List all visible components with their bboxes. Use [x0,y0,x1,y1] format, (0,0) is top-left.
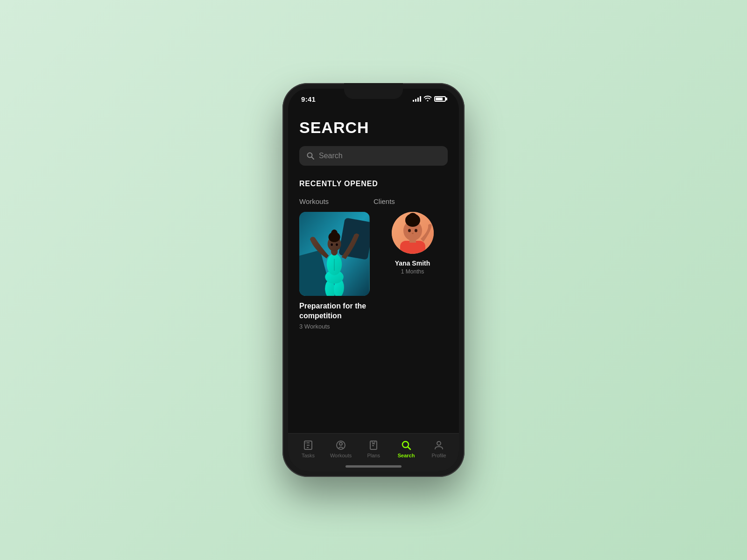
nav-item-search[interactable]: Search [390,437,423,461]
svg-rect-18 [400,241,425,254]
profile-icon [433,440,444,451]
svg-line-32 [408,447,411,449]
svg-point-12 [331,230,338,238]
nav-item-tasks[interactable]: Tasks [292,437,324,461]
client-card[interactable]: Yana Smith 1 Months [377,212,448,275]
client-name: Yana Smith [395,259,430,267]
status-time: 9:41 [301,95,316,103]
nav-label-workouts: Workouts [330,453,352,458]
workout-figure-svg [299,212,370,296]
home-indicator [345,465,402,468]
nav-label-plans: Plans [367,453,380,458]
search-bar[interactable]: Search [299,146,448,166]
svg-point-25 [415,229,417,232]
search-input-placeholder: Search [319,152,343,160]
workouts-category-label: Workouts [299,197,374,205]
svg-point-15 [336,244,338,246]
workout-card-image [299,212,370,296]
nav-label-tasks: Tasks [302,453,315,458]
signal-icon [413,96,421,102]
search-nav-icon [401,440,412,451]
svg-point-33 [437,441,441,445]
nav-item-plans[interactable]: Plans [357,437,390,461]
phone-screen: 9:41 SEARCH [288,89,459,471]
tasks-icon [303,440,314,451]
svg-point-23 [413,215,419,222]
recently-opened-section: RECENTLY OPENED Workouts Clients [299,180,448,330]
nav-label-search: Search [398,453,415,458]
client-avatar [392,212,434,254]
clients-category-label: Clients [374,197,448,205]
svg-point-26 [412,233,414,234]
client-avatar-svg [392,212,434,254]
page-title: SEARCH [299,119,448,137]
notch [344,83,403,99]
status-icons [413,96,446,103]
workout-card-title: Preparation for the competition [299,301,370,321]
nav-item-workouts[interactable]: Workouts [324,437,357,461]
plans-icon [368,440,379,451]
recently-opened-label: RECENTLY OPENED [299,180,448,188]
svg-point-14 [331,244,333,246]
category-row: Workouts Clients [299,197,448,205]
workout-card[interactable]: Preparation for the competition 3 Workou… [299,212,370,330]
wifi-icon [424,96,431,103]
svg-line-1 [312,157,314,160]
client-duration: 1 Months [401,268,424,275]
cards-row: Preparation for the competition 3 Workou… [299,212,448,330]
svg-point-29 [339,442,342,445]
nav-item-profile[interactable]: Profile [423,437,455,461]
workout-card-subtitle: 3 Workouts [299,323,370,330]
main-content: SEARCH Search RECENTLY OPENED Workouts C… [288,109,459,433]
phone-frame: 9:41 SEARCH [282,83,465,477]
svg-point-24 [408,229,411,232]
search-icon [307,152,314,160]
workouts-icon [335,440,346,451]
nav-label-profile: Profile [431,453,446,458]
battery-icon [434,96,446,102]
bottom-spacer [299,330,448,349]
